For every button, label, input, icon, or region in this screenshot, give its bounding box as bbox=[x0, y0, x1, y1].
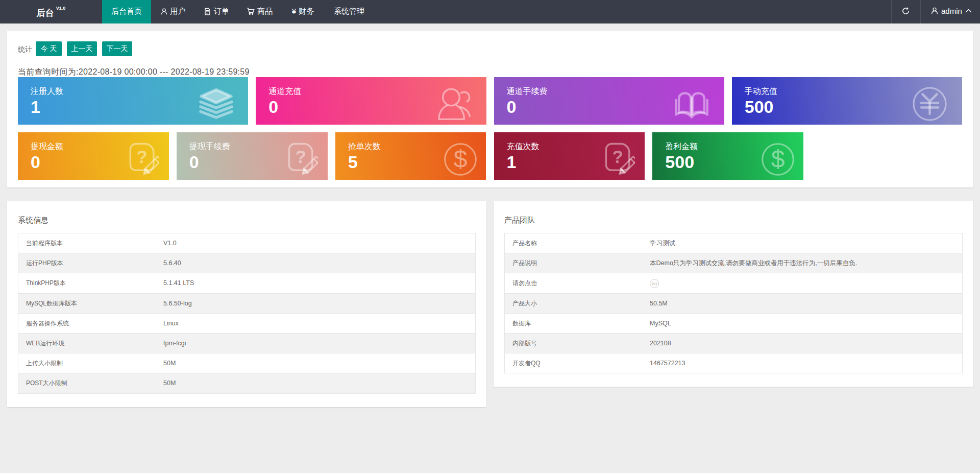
svg-text:?: ? bbox=[612, 147, 623, 167]
svg-text:$: $ bbox=[771, 146, 785, 173]
svg-text:?: ? bbox=[295, 147, 306, 167]
svg-text:?: ? bbox=[136, 147, 147, 167]
svg-text:$: $ bbox=[454, 146, 468, 173]
